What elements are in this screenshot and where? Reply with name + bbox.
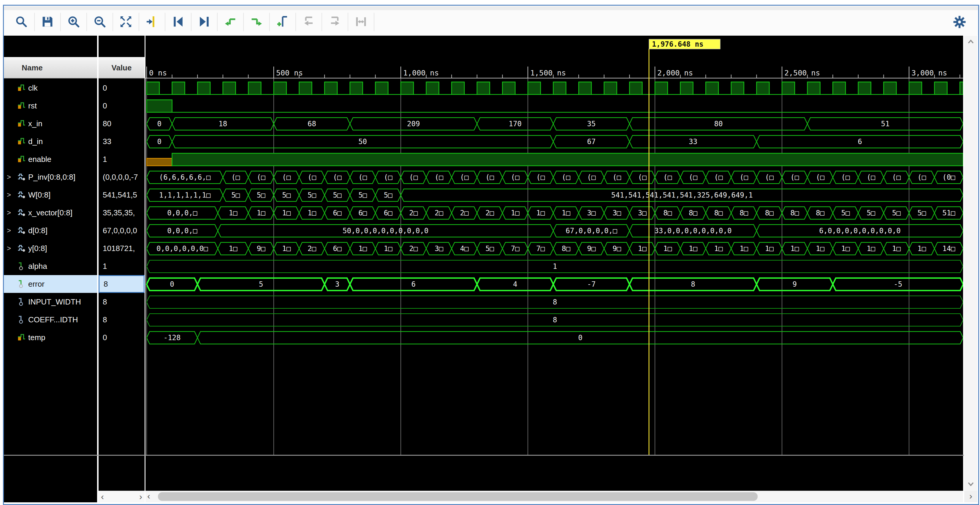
previous-transition-button[interactable] xyxy=(165,13,191,31)
signal-value-enable[interactable]: 1 xyxy=(99,150,145,168)
wave-scroll-left-icon[interactable]: ‹ xyxy=(147,491,150,502)
signal-row-COEFFIDTH[interactable]: COEFF...IDTH xyxy=(4,311,97,328)
svg-text:1□: 1□ xyxy=(229,244,237,253)
signal-row-P_inv0808[interactable]: >P_inv[0:8,0:8] xyxy=(4,168,97,186)
svg-text:0: 0 xyxy=(158,120,162,128)
signal-value-COEFFIDTH[interactable]: 8 xyxy=(99,311,145,328)
svg-text:1□: 1□ xyxy=(282,209,291,217)
zoom-out-icon xyxy=(93,15,107,29)
expand-icon[interactable]: > xyxy=(4,226,17,235)
scroll-up-icon[interactable] xyxy=(966,37,975,46)
value-scroll-left-icon[interactable]: ‹ xyxy=(101,492,104,502)
signal-value-rst[interactable]: 0 xyxy=(99,97,145,115)
svg-text:(□: (□ xyxy=(638,173,647,182)
scroll-down-icon[interactable] xyxy=(966,480,975,488)
signal-value-INPUT_WIDTH[interactable]: 8 xyxy=(99,293,145,311)
signal-value-y08[interactable]: 1018721, xyxy=(99,239,145,257)
signal-row-alpha[interactable]: alpha xyxy=(4,257,97,275)
name-value-splitter[interactable] xyxy=(97,36,99,502)
svg-text:0,0,0,□: 0,0,0,□ xyxy=(167,227,197,235)
zoom-fit-icon xyxy=(119,15,133,29)
wave-scroll-thumb[interactable] xyxy=(158,492,758,501)
svg-text:(□: (□ xyxy=(842,173,850,182)
signal-value-clk[interactable]: 0 xyxy=(99,79,145,97)
swap-next-edge-button[interactable] xyxy=(244,13,270,31)
svg-text:68: 68 xyxy=(307,120,316,128)
svg-text:1: 1 xyxy=(553,262,557,271)
signal-value-x_in[interactable]: 80 xyxy=(99,115,145,132)
wave-scroll-right-corner[interactable]: › xyxy=(964,491,977,502)
add-marker-button[interactable] xyxy=(270,13,296,31)
signal-row-clk[interactable]: clk xyxy=(4,79,97,97)
svg-text:51□: 51□ xyxy=(942,209,955,217)
zoom-to-cursor-button[interactable] xyxy=(139,13,165,31)
signal-value-temp[interactable]: 0 xyxy=(99,328,145,346)
zoom-out-button[interactable] xyxy=(87,13,113,31)
zoom-fit-button[interactable] xyxy=(113,13,139,31)
signal-name-label: temp xyxy=(28,333,45,342)
param-signal-icon xyxy=(17,315,28,324)
svg-text:1□: 1□ xyxy=(765,244,774,253)
svg-text:(□: (□ xyxy=(587,173,596,182)
signal-row-x_vector08[interactable]: >x_vector[0:8] xyxy=(4,204,97,221)
signal-row-error[interactable]: error xyxy=(4,275,97,293)
svg-text:5□: 5□ xyxy=(307,191,316,199)
svg-text:(□: (□ xyxy=(562,173,570,182)
signal-value-alpha[interactable]: 1 xyxy=(99,257,145,275)
signal-value-W08[interactable]: 541,541,5 xyxy=(99,186,145,204)
signal-row-enable[interactable]: enable xyxy=(4,150,97,168)
footer-separator xyxy=(4,455,964,456)
svg-text:6□: 6□ xyxy=(333,209,342,217)
array-signal-icon xyxy=(17,190,28,199)
waveform-canvas[interactable]: 0 ns500 ns1,000 ns1,500 ns2,000 ns2,500 … xyxy=(145,36,963,491)
svg-text:9□: 9□ xyxy=(612,244,621,253)
wave-horizontal-scrollbar[interactable]: ‹ xyxy=(145,491,963,502)
vertical-scrollbar[interactable] xyxy=(964,36,977,491)
array-signal-icon xyxy=(17,244,28,253)
next-transition-button[interactable] xyxy=(191,13,218,31)
search-button[interactable] xyxy=(9,13,35,31)
signal-row-temp[interactable]: temp xyxy=(4,328,97,346)
signal-name-label: d_in xyxy=(28,137,43,146)
value-column-scrollbar[interactable]: ‹ › xyxy=(99,491,145,502)
expand-icon[interactable]: > xyxy=(4,244,17,253)
svg-text:9: 9 xyxy=(793,280,797,288)
svg-text:18: 18 xyxy=(218,120,227,128)
signal-row-rst[interactable]: rst xyxy=(4,97,97,115)
svg-text:(□: (□ xyxy=(816,173,824,182)
svg-text:35: 35 xyxy=(587,120,596,128)
signal-value-d08[interactable]: 67,0,0,0,0 xyxy=(99,221,145,239)
signal-name-label: W[0:8] xyxy=(28,190,51,200)
signal-row-x_in[interactable]: x_in xyxy=(4,115,97,132)
save-waveform-button[interactable] xyxy=(35,13,61,31)
signal-row-d08[interactable]: >d[0:8] xyxy=(4,221,97,239)
expand-icon[interactable]: > xyxy=(4,209,17,217)
expand-icon[interactable]: > xyxy=(4,173,17,181)
value-scroll-right-icon[interactable]: › xyxy=(139,492,142,502)
signal-row-INPUT_WIDTH[interactable]: INPUT_WIDTH xyxy=(4,293,97,311)
zoom-in-button[interactable] xyxy=(61,13,87,31)
signal-row-W08[interactable]: >W[0:8] xyxy=(4,186,97,204)
signal-row-d_in[interactable]: d_in xyxy=(4,132,97,150)
settings-button[interactable] xyxy=(949,13,970,31)
signal-row-y08[interactable]: >y[0:8] xyxy=(4,239,97,257)
svg-text:(□: (□ xyxy=(689,173,697,182)
expand-icon[interactable]: > xyxy=(4,191,17,199)
svg-text:0,0,0,□: 0,0,0,□ xyxy=(167,209,197,217)
swap-previous-edge-button[interactable] xyxy=(218,13,244,31)
signal-value-d_in[interactable]: 33 xyxy=(99,132,145,150)
svg-text:0,0,0,0,0,0□: 0,0,0,0,0,0□ xyxy=(156,244,208,253)
svg-text:1□: 1□ xyxy=(689,244,697,253)
signal-value-P_inv0808[interactable]: (0,0,0,0,-7 xyxy=(99,168,145,186)
svg-text:1□: 1□ xyxy=(714,244,723,253)
signal-value-error[interactable]: 8 xyxy=(99,275,145,293)
signal-value-x_vector08[interactable]: 35,35,35, xyxy=(99,204,145,221)
add-marker-icon xyxy=(276,15,290,29)
svg-text:8: 8 xyxy=(691,280,695,288)
svg-text:7□: 7□ xyxy=(511,244,520,253)
svg-text:1□: 1□ xyxy=(257,209,266,217)
svg-text:5□: 5□ xyxy=(892,209,901,217)
svg-text:3□: 3□ xyxy=(434,244,443,253)
svg-text:(□: (□ xyxy=(740,173,748,182)
value-wave-splitter[interactable] xyxy=(145,36,145,502)
